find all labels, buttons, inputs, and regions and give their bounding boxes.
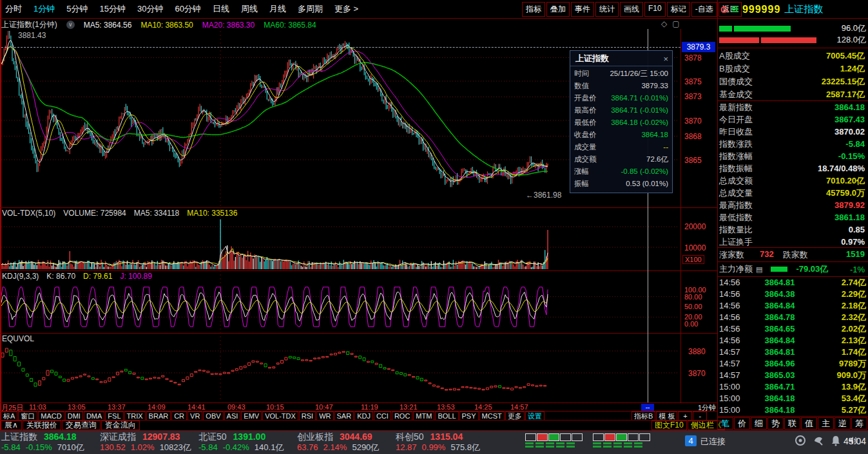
panel-tab[interactable]: 逆: [834, 417, 851, 430]
kdj-header-item: KDJ(9,3,3): [2, 272, 39, 281]
panel-tab[interactable]: 价: [734, 417, 750, 430]
symbol-name[interactable]: 上证指数: [784, 3, 823, 15]
indicator-tab[interactable]: BOLL: [435, 411, 458, 421]
graphic-f10-button[interactable]: 图文F10: [651, 421, 687, 430]
close-icon[interactable]: ×: [663, 54, 668, 64]
symbol-code[interactable]: 999999: [742, 4, 780, 15]
tick-row: 14:56 3864.38 2.29亿: [719, 289, 866, 299]
stat-row: 上证换手 0.97%: [719, 236, 865, 247]
index-block[interactable]: 北证50 1391.00 -5.84 -0.42% 140.1亿: [198, 431, 297, 453]
indicator-tab[interactable]: MCST: [479, 411, 505, 421]
indicator-tab[interactable]: ASI: [224, 411, 241, 421]
zoom-in-button[interactable]: +: [678, 411, 692, 421]
axis-divider: [680, 29, 681, 402]
list-icon[interactable]: ▤: [756, 265, 762, 274]
diamond-icon[interactable]: ◇: [661, 19, 667, 28]
panel-tab[interactable]: 筹: [851, 417, 867, 430]
index-block[interactable]: 深证成指 12907.83 130.52 1.02% 10823亿: [100, 431, 198, 453]
panel-tab[interactable]: 联: [784, 417, 800, 430]
index-block[interactable]: 科创50 1315.04 12.87 0.99% 575.8亿: [396, 431, 494, 453]
turnover-row: 国债成交23225.15亿: [719, 75, 865, 88]
panel-tab[interactable]: 主: [818, 417, 834, 430]
indicator-tab[interactable]: RSI: [299, 411, 316, 421]
toolbar-button[interactable]: 统计: [595, 2, 619, 17]
indicator-tab[interactable]: EMV: [241, 411, 262, 421]
toolbar-button[interactable]: 指标: [522, 2, 545, 17]
indicator-tab[interactable]: WR: [316, 411, 333, 421]
toolbar-button[interactable]: F10: [644, 2, 666, 17]
tick-list[interactable]: 14:56 3864.81 2.74亿 14:56 3864.38 2.29亿 …: [719, 278, 866, 415]
index-block[interactable]: 上证指数 3864.18 -5.84 -0.15% 7010亿: [1, 431, 100, 453]
record-icon[interactable]: [795, 435, 806, 446]
status-time: 45:04: [844, 436, 866, 446]
time-tick-label: 14:09: [148, 403, 166, 411]
price-tick: 3865: [684, 156, 714, 165]
indicator-tab-bar: 标A窗口MACDDMIDMAFSLTRIXBRARCRVROBVASIEMVVO…: [1, 411, 545, 421]
turnover-divider: [717, 100, 868, 101]
time-tick-label: 13:21: [400, 403, 418, 411]
indicator-tab[interactable]: OBV: [203, 411, 223, 421]
indicator-tab[interactable]: VOL-TDX: [262, 411, 298, 421]
period-tab[interactable]: 1分钟: [34, 3, 55, 15]
indicator-tab[interactable]: CR: [171, 411, 187, 421]
connection-status: 已连接: [700, 436, 726, 448]
panel-tab[interactable]: 势: [767, 417, 784, 430]
period-tab[interactable]: 60分钟: [175, 3, 200, 15]
indicator-tab[interactable]: TRIX: [124, 411, 146, 421]
chevron-down-icon[interactable]: ∨: [66, 21, 75, 29]
period-tab[interactable]: 月线: [269, 3, 286, 15]
period-tab[interactable]: 5分钟: [66, 3, 88, 15]
function-button[interactable]: 展∧: [1, 421, 22, 430]
period-tab[interactable]: 30分钟: [137, 3, 163, 15]
toolbar-button[interactable]: 叠加: [546, 2, 570, 17]
toolbar-button[interactable]: 画线: [620, 2, 643, 17]
indicator-tab[interactable]: ROC: [392, 411, 412, 421]
function-button[interactable]: 交易查询: [62, 421, 101, 430]
equvol-tick: 3880: [688, 347, 718, 356]
volume-header-item: VOLUME: 725984: [63, 209, 126, 218]
period-tab[interactable]: 15分钟: [99, 3, 125, 15]
period-tab[interactable]: 周线: [241, 3, 258, 15]
toolbar-button[interactable]: 事件: [571, 2, 594, 17]
volume-header-item: MA10: 335136: [187, 209, 237, 218]
panel-tab[interactable]: 细: [751, 417, 767, 430]
bell-icon[interactable]: [831, 435, 841, 446]
period-tab[interactable]: 更多 >: [334, 3, 358, 15]
connection-count-badge[interactable]: 4: [685, 435, 697, 446]
panel-tab[interactable]: 值: [801, 417, 817, 430]
function-button[interactable]: 关联报价: [23, 421, 61, 430]
indicator-tab[interactable]: DMI: [65, 411, 83, 421]
volume-header: VOL-TDX(5,10)VOLUME: 725984MA5: 334118MA…: [2, 209, 237, 218]
indicator-tab[interactable]: 设置: [525, 411, 545, 421]
indicator-tab[interactable]: PSY: [459, 411, 479, 421]
toolbar-button[interactable]: -自选: [691, 2, 717, 17]
indicator-tab[interactable]: SAR: [334, 411, 354, 421]
indicator-tab[interactable]: VR: [188, 411, 202, 421]
index-block[interactable]: 创业板指 3044.69 63.76 2.14% 5290亿: [297, 431, 396, 453]
toolbar-button[interactable]: 标记: [667, 2, 690, 17]
indicator-tab[interactable]: 标A: [1, 411, 17, 421]
indicator-tab[interactable]: BRAR: [146, 411, 171, 421]
indicator-tab[interactable]: MACD: [38, 411, 64, 421]
broadcast-icon[interactable]: [813, 435, 824, 446]
indicator-tab[interactable]: MTM: [413, 411, 434, 421]
indicator-tab[interactable]: 窗口: [18, 411, 37, 421]
indicator-tab[interactable]: KDJ: [354, 411, 373, 421]
period-tab[interactable]: 多周期: [298, 3, 323, 15]
chart-toolbar-buttons: 指标叠加事件统计画线F10标记-自选返回: [522, 2, 743, 17]
zoom-out-button[interactable]: -: [693, 411, 707, 421]
meter-group: [525, 433, 583, 448]
price-tick: 3868: [684, 132, 714, 141]
indicator-tab[interactable]: 更多: [505, 411, 525, 421]
period-tab[interactable]: 分时: [5, 3, 22, 15]
period-tab[interactable]: 日线: [213, 3, 229, 15]
indicator-tab[interactable]: FSL: [105, 411, 123, 421]
indicator-tab[interactable]: DMA: [84, 411, 104, 421]
tooltip-row: 成交量 --: [570, 141, 672, 153]
indicator-b-button[interactable]: 指标B: [632, 411, 655, 421]
indicator-tab[interactable]: CCI: [374, 411, 391, 421]
panel-tab[interactable]: 笔: [717, 417, 733, 430]
function-button[interactable]: 资金流向: [101, 421, 140, 430]
template-button[interactable]: 模 板: [656, 411, 677, 421]
window-icon[interactable]: ▢: [672, 19, 679, 28]
